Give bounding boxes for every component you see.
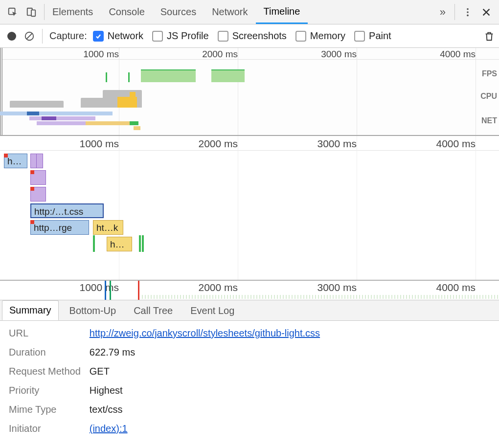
summary-mime-k: Mime Type	[9, 404, 81, 415]
capture-screenshots[interactable]: Screenshots	[218, 30, 287, 42]
tick: 4000 ms	[436, 282, 476, 293]
network-bar[interactable]	[36, 154, 43, 168]
close-icon[interactable]	[480, 6, 492, 18]
capture-js-profile[interactable]: JS Profile	[152, 30, 209, 42]
tick: 2000 ms	[198, 282, 238, 293]
devtools-tabs: ElementsConsoleSourcesNetworkTimeline	[45, 0, 431, 24]
summary-initiator-link[interactable]: (index):1	[90, 423, 490, 434]
summary-initiator-k: Initiator	[9, 423, 81, 434]
svg-point-5	[467, 14, 469, 16]
summary-priority-k: Priority	[9, 385, 81, 396]
tab-elements[interactable]: Elements	[45, 0, 101, 24]
fps-label: FPS	[482, 69, 497, 78]
tab-timeline[interactable]: Timeline	[256, 0, 308, 24]
tick: 4000 ms	[440, 49, 476, 60]
capture-paint[interactable]: Paint	[354, 30, 391, 42]
svg-point-3	[467, 8, 469, 10]
tick: 2000 ms	[198, 138, 238, 150]
details-tabs: SummaryBottom-UpCall TreeEvent Log	[0, 300, 499, 321]
overflow-icon[interactable]: »	[431, 0, 454, 24]
tick: 3000 ms	[317, 282, 357, 293]
summary-url-link[interactable]: http://zweig.co/jankyscroll/stylesheets/…	[90, 328, 490, 339]
network-bar[interactable]: http:/…t.css	[30, 203, 104, 218]
tick: 3000 ms	[317, 138, 357, 150]
flamechart-panel[interactable]: 1000 ms2000 ms3000 ms4000 ms h…http:/…t.…	[0, 136, 499, 281]
mini-overview[interactable]: 1000 ms2000 ms3000 ms4000 ms	[0, 281, 499, 300]
inspect-icon[interactable]	[7, 6, 19, 18]
summary-panel: URL http://zweig.co/jankyscroll/styleshe…	[0, 321, 499, 441]
network-bar[interactable]: http…rge	[30, 220, 89, 235]
kebab-icon[interactable]	[462, 6, 474, 18]
trash-icon[interactable]	[483, 30, 495, 42]
detail-tab-event-log[interactable]: Event Log	[183, 301, 241, 320]
net-label: NET	[481, 116, 497, 125]
tab-sources[interactable]: Sources	[153, 0, 204, 24]
devtools-top-bar: ElementsConsoleSourcesNetworkTimeline »	[0, 0, 499, 24]
tab-console[interactable]: Console	[101, 0, 152, 24]
svg-rect-2	[31, 10, 35, 16]
timeline-toolbar: Capture: NetworkJS ProfileScreenshotsMem…	[0, 24, 499, 48]
tick: 1000 ms	[79, 138, 119, 150]
tick: 3000 ms	[321, 49, 357, 60]
summary-duration-v: 622.79 ms	[90, 347, 490, 358]
tick: 1000 ms	[83, 49, 119, 60]
capture-network[interactable]: Network	[93, 30, 143, 42]
device-icon[interactable]	[25, 6, 37, 18]
capture-memory[interactable]: Memory	[295, 30, 345, 42]
tab-network[interactable]: Network	[204, 0, 255, 24]
tick: 4000 ms	[436, 138, 476, 150]
summary-priority-v: Highest	[90, 385, 490, 396]
net-lane	[0, 112, 479, 131]
load-marker	[138, 281, 139, 300]
summary-method-v: GET	[90, 366, 490, 377]
detail-tab-call-tree[interactable]: Call Tree	[127, 301, 180, 320]
detail-tab-bottom-up[interactable]: Bottom-Up	[63, 301, 123, 320]
cpu-label: CPU	[480, 92, 497, 101]
clear-button[interactable]	[23, 30, 35, 42]
tick: 1000 ms	[79, 282, 119, 293]
cpu-lane	[0, 88, 479, 108]
summary-mime-v: text/css	[90, 404, 490, 415]
capture-label: Capture:	[49, 30, 87, 42]
summary-url-k: URL	[9, 328, 81, 339]
detail-tab-summary[interactable]: Summary	[2, 300, 59, 320]
overview-panel[interactable]: 1000 ms2000 ms3000 ms4000 ms FPS CPU NET	[0, 48, 499, 136]
svg-point-4	[467, 11, 469, 13]
network-bar[interactable]: h…	[107, 237, 132, 251]
record-button[interactable]	[6, 30, 18, 42]
summary-duration-k: Duration	[9, 347, 81, 358]
network-bar[interactable]: ht…k	[93, 220, 123, 235]
tick: 2000 ms	[202, 49, 238, 60]
fps-lane	[0, 67, 479, 82]
domcontent-marker	[105, 281, 106, 300]
summary-method-k: Request Method	[9, 366, 81, 377]
firstpaint-marker	[110, 281, 111, 300]
